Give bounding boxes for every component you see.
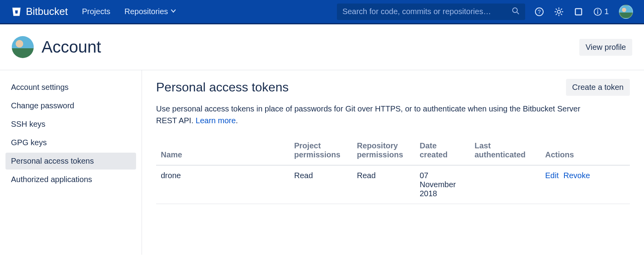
sidebar-item-label: Authorized applications: [11, 175, 92, 184]
tokens-table: Name Project permissions Repository perm…: [156, 137, 630, 204]
learn-more-link[interactable]: Learn more: [196, 116, 236, 125]
svg-point-15: [597, 9, 599, 11]
sidebar-item-account-settings[interactable]: Account settings: [5, 79, 136, 96]
page-avatar: [12, 36, 34, 58]
search-icon: [512, 7, 520, 16]
svg-point-0: [513, 8, 517, 13]
gear-icon[interactable]: [554, 7, 564, 16]
cell-repository-permissions: Read: [352, 165, 415, 204]
sidebar-item-label: SSH keys: [11, 120, 45, 128]
brand[interactable]: Bitbucket: [11, 5, 68, 18]
description-post: .: [236, 116, 238, 125]
th-actions: Actions: [540, 137, 630, 165]
cell-actions: EditRevoke: [540, 165, 630, 204]
nav-repositories-label: Repositories: [124, 7, 168, 16]
sidebar: Account settings Change password SSH key…: [0, 70, 142, 255]
cell-name: drone: [156, 165, 289, 204]
sidebar-item-label: GPG keys: [11, 138, 47, 147]
create-token-button[interactable]: Create a token: [566, 79, 630, 96]
sidebar-item-personal-access-tokens[interactable]: Personal access tokens: [5, 153, 136, 170]
cell-last-authenticated: [470, 165, 540, 204]
cell-date-created: 07 November 2018: [415, 165, 470, 204]
bitbucket-logo-icon: [11, 6, 22, 17]
main-title: Personal access tokens: [156, 80, 289, 95]
view-profile-button[interactable]: View profile: [579, 39, 632, 56]
th-date-created: Date created: [415, 137, 470, 165]
th-last-authenticated: Last authenticated: [470, 137, 540, 165]
svg-rect-13: [575, 9, 582, 15]
info-badge[interactable]: 1: [593, 7, 609, 16]
sidebar-item-authorized-applications[interactable]: Authorized applications: [5, 171, 136, 188]
sidebar-item-label: Change password: [11, 101, 74, 110]
cell-project-permissions: Read: [289, 165, 352, 204]
help-icon[interactable]: ?: [535, 7, 544, 16]
square-icon[interactable]: [574, 7, 583, 16]
th-project-permissions: Project permissions: [289, 137, 352, 165]
svg-line-1: [517, 12, 519, 14]
svg-line-12: [561, 9, 562, 10]
table-row: drone Read Read 07 November 2018 EditRev…: [156, 165, 630, 204]
svg-text:?: ?: [538, 9, 541, 15]
table-header-row: Name Project permissions Repository perm…: [156, 137, 630, 165]
sidebar-item-change-password[interactable]: Change password: [5, 97, 136, 114]
th-repository-permissions: Repository permissions: [352, 137, 415, 165]
top-nav: Bitbucket Projects Repositories ?: [0, 0, 644, 24]
page-title: Account: [42, 38, 101, 57]
svg-line-11: [556, 14, 557, 15]
search-input[interactable]: [342, 7, 508, 16]
svg-rect-16: [597, 11, 598, 14]
chevron-down-icon: [170, 7, 176, 16]
main-description: Use personal access tokens in place of p…: [156, 103, 588, 126]
edit-link[interactable]: Edit: [545, 171, 558, 180]
th-name: Name: [156, 137, 289, 165]
info-badge-count: 1: [604, 7, 609, 16]
search-box[interactable]: [337, 4, 525, 20]
nav-links: Projects Repositories: [82, 7, 176, 16]
page-header: Account View profile: [0, 24, 644, 70]
sidebar-item-gpg-keys[interactable]: GPG keys: [5, 134, 136, 151]
main-header: Personal access tokens Create a token: [156, 79, 630, 96]
svg-line-9: [556, 9, 557, 10]
user-avatar[interactable]: [619, 5, 633, 19]
topbar-icons: ? 1: [535, 5, 633, 19]
revoke-link[interactable]: Revoke: [563, 171, 590, 180]
svg-point-4: [557, 10, 560, 13]
svg-line-10: [561, 14, 562, 15]
main-content: Personal access tokens Create a token Us…: [142, 70, 644, 255]
nav-repositories[interactable]: Repositories: [124, 7, 176, 16]
nav-projects-label: Projects: [82, 7, 110, 16]
brand-name: Bitbucket: [26, 5, 68, 18]
sidebar-item-label: Account settings: [11, 83, 69, 91]
body: Account settings Change password SSH key…: [0, 70, 644, 255]
nav-projects[interactable]: Projects: [82, 7, 110, 16]
sidebar-item-label: Personal access tokens: [11, 157, 94, 165]
sidebar-item-ssh-keys[interactable]: SSH keys: [5, 116, 136, 133]
